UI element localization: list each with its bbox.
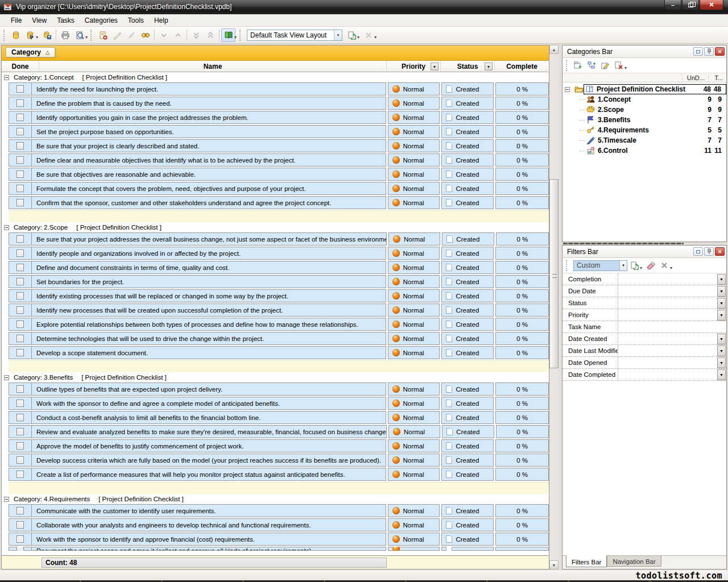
done-checkbox[interactable] xyxy=(16,321,24,328)
filter-dropdown-button[interactable]: ▼ xyxy=(717,310,726,321)
complete-cell[interactable]: 0 % xyxy=(495,247,549,260)
done-checkbox[interactable] xyxy=(16,535,24,543)
delete-task-button[interactable] xyxy=(124,28,138,42)
filter-preset-combo[interactable]: Custom ▾ xyxy=(573,260,627,271)
task-row[interactable]: Define and document constraints in terms… xyxy=(9,261,549,274)
task-name-cell[interactable]: Approve the model of benefits to justify… xyxy=(32,440,386,452)
toolbar-grip[interactable] xyxy=(566,260,568,271)
status-cell[interactable]: Created xyxy=(441,97,494,110)
toolbar-grip[interactable] xyxy=(239,30,242,41)
toolbar-grip[interactable] xyxy=(566,60,568,71)
task-name-cell[interactable]: Outline types of benefits that are expec… xyxy=(32,383,386,395)
new-subcategory-button[interactable] xyxy=(585,59,598,72)
priority-cell[interactable]: Normal xyxy=(388,182,440,195)
status-cell[interactable]: Created xyxy=(441,125,494,138)
task-row[interactable]: Identify new processes that will be crea… xyxy=(9,304,549,317)
task-name-cell[interactable]: Be sure that your project is clearly des… xyxy=(32,140,386,152)
complete-cell[interactable]: 0 % xyxy=(495,182,549,195)
task-name-cell[interactable]: Document the project scope and agree it … xyxy=(32,547,386,550)
task-name-cell[interactable]: Confirm that the sponsor, customer and o… xyxy=(32,197,386,209)
move-up-button[interactable] xyxy=(171,28,185,42)
task-name-cell[interactable]: Conduct a cost-benefit analysis to limit… xyxy=(32,411,386,423)
done-checkbox[interactable] xyxy=(16,99,24,107)
status-cell[interactable]: Created xyxy=(441,439,494,452)
complete-cell[interactable]: 0 % xyxy=(495,504,549,517)
new-task-button[interactable] xyxy=(96,28,110,42)
status-cell[interactable]: Created xyxy=(441,332,494,345)
edit-category-button[interactable] xyxy=(598,59,612,72)
clear-filter-button[interactable] xyxy=(644,259,657,272)
save-filter-button[interactable] xyxy=(627,259,641,272)
priority-cell[interactable]: Normal xyxy=(388,153,440,167)
task-row[interactable]: Be sure that objectives are reasonable a… xyxy=(9,168,549,181)
menu-categories[interactable]: Categories xyxy=(80,15,123,26)
done-checkbox[interactable] xyxy=(16,142,24,149)
new-category-button[interactable] xyxy=(571,59,585,72)
complete-cell[interactable]: 0 % xyxy=(495,346,549,359)
group-header-concept[interactable]: Category: 1.Concept [ Project Definition… xyxy=(2,72,549,82)
priority-cell[interactable]: Normal xyxy=(388,332,440,345)
move-down-button[interactable] xyxy=(156,28,171,42)
task-row[interactable]: Set the project purpose based on opportu… xyxy=(9,125,549,138)
print-preview-button[interactable] xyxy=(72,28,86,42)
status-cell[interactable] xyxy=(441,547,494,551)
done-checkbox[interactable] xyxy=(16,264,24,271)
column-header-name[interactable]: Name xyxy=(39,61,387,72)
done-checkbox[interactable] xyxy=(16,278,24,285)
done-checkbox[interactable] xyxy=(16,114,24,121)
done-checkbox[interactable] xyxy=(16,428,24,435)
complete-cell[interactable]: 0 % xyxy=(495,82,549,95)
status-cell[interactable]: Created xyxy=(441,318,494,331)
minimize-button[interactable]: – xyxy=(664,0,681,10)
collapse-group-icon[interactable] xyxy=(4,225,9,230)
filter-dropdown-button[interactable]: ▼ xyxy=(717,357,726,368)
task-row[interactable]: Define clear and measurable objectives t… xyxy=(9,153,549,167)
task-name-cell[interactable]: Identify opportunities you gain in case … xyxy=(32,111,386,123)
selected-tree-row[interactable]: Project Definition Checklist 48 48 xyxy=(584,84,726,94)
task-name-cell[interactable]: Determine technologies that will be used… xyxy=(32,332,386,344)
task-view-caret[interactable]: ▾ xyxy=(234,35,237,40)
priority-cell[interactable]: Normal xyxy=(388,346,440,359)
status-cell[interactable]: Created xyxy=(441,182,494,195)
filter-dropdown-button[interactable]: ▼ xyxy=(717,334,726,344)
toolbar-grip[interactable] xyxy=(3,30,6,41)
restore-button[interactable] xyxy=(682,0,699,10)
complete-cell[interactable]: 0 % xyxy=(495,383,549,396)
priority-filter-button[interactable]: ▼ xyxy=(431,63,439,70)
menu-view[interactable]: View xyxy=(27,15,52,26)
status-cell[interactable]: Created xyxy=(441,196,494,209)
menu-tasks[interactable]: Tasks xyxy=(52,15,80,26)
filter-value[interactable] xyxy=(618,369,717,380)
status-cell[interactable]: Created xyxy=(441,139,494,152)
task-row[interactable]: Work with the sponsor to define and agre… xyxy=(9,397,549,410)
complete-cell[interactable]: 0 % xyxy=(495,439,549,452)
priority-cell[interactable]: Normal xyxy=(388,111,440,124)
complete-cell[interactable]: 0 % xyxy=(495,168,549,181)
task-row[interactable]: Develop a scope statement document. Norm… xyxy=(9,346,549,359)
pin-panel-button[interactable] xyxy=(704,47,714,56)
done-checkbox[interactable] xyxy=(16,414,24,421)
done-checkbox[interactable] xyxy=(16,235,24,243)
priority-cell[interactable]: Normal xyxy=(388,383,440,396)
group-header-benefits[interactable]: Category: 3.Benefits [ Project Definitio… xyxy=(2,372,549,383)
open-database-button[interactable] xyxy=(23,28,37,42)
status-cell[interactable]: Created xyxy=(441,111,494,124)
categories-toolbar-caret[interactable]: ▾ xyxy=(624,65,627,70)
filter-dropdown-button[interactable]: ▼ xyxy=(717,286,726,297)
priority-cell[interactable]: Normal xyxy=(388,275,440,288)
find-tasks-button[interactable] xyxy=(138,28,152,42)
collapse-tree-icon[interactable] xyxy=(565,87,570,92)
complete-cell[interactable]: 0 % xyxy=(495,261,549,274)
task-name-cell[interactable]: Explore potential relationships between … xyxy=(32,318,386,330)
task-name-cell[interactable]: Set boundaries for the project. xyxy=(32,276,386,288)
done-checkbox[interactable] xyxy=(16,471,24,478)
pin-panel-button[interactable] xyxy=(704,247,714,256)
print-button[interactable] xyxy=(58,28,72,42)
complete-cell[interactable]: 0 % xyxy=(495,533,549,546)
save-filter-caret[interactable]: ▾ xyxy=(640,265,642,271)
filter-value[interactable] xyxy=(618,273,717,285)
done-checkbox[interactable] xyxy=(16,171,24,178)
task-name-cell[interactable]: Collaborate with your analysts and engin… xyxy=(32,519,386,531)
complete-cell[interactable] xyxy=(495,547,549,551)
task-row[interactable]: Identify the need for launching the proj… xyxy=(9,82,549,95)
